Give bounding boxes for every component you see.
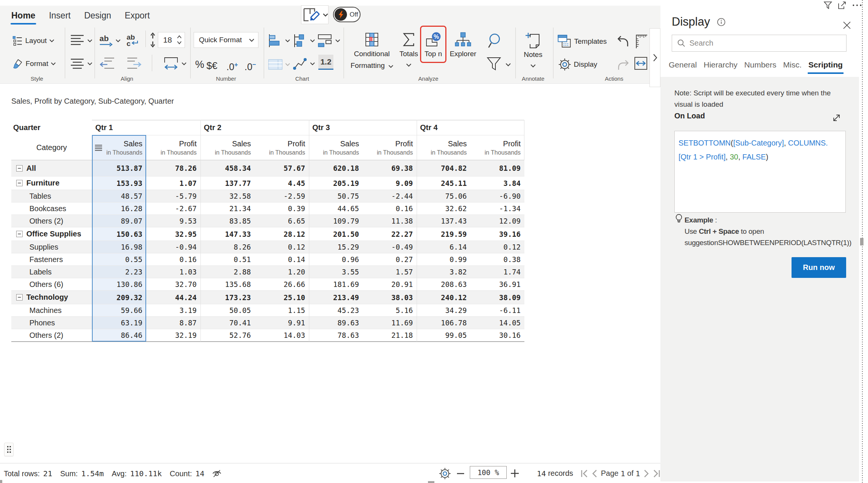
value-cell[interactable]: 173.23: [200, 291, 255, 304]
value-cell[interactable]: 458.34: [200, 160, 255, 176]
bar-chart-button[interactable]: [268, 34, 290, 48]
table-row[interactable]: Supplies16.98-0.948.260.1215.29-0.496.14…: [11, 241, 524, 253]
value-cell[interactable]: 137.77: [200, 176, 255, 190]
value-cell[interactable]: 11.69: [363, 317, 417, 329]
measure-header[interactable]: Salesin Thousands: [200, 135, 255, 160]
decimal-decrease-button[interactable]: .0−: [245, 61, 256, 72]
edit-mode-button[interactable]: [301, 5, 329, 24]
percent-format-button[interactable]: %: [195, 59, 204, 71]
value-cell[interactable]: 63.19: [92, 317, 146, 329]
quarter-header[interactable]: Qtr 4: [417, 120, 524, 135]
quarter-header[interactable]: Qtr 1: [92, 120, 200, 135]
filter-icon[interactable]: [824, 1, 832, 9]
value-cell[interactable]: -5.79: [146, 190, 200, 202]
ribbon-tab-export[interactable]: Export: [125, 11, 150, 21]
value-cell[interactable]: 32.62: [417, 202, 471, 215]
value-cell[interactable]: 28.12: [255, 227, 309, 241]
value-cell[interactable]: 0.55: [92, 253, 146, 265]
templates-button[interactable]: Templates: [558, 34, 607, 49]
value-cell[interactable]: 1.74: [471, 266, 524, 278]
value-cell[interactable]: 14.03: [255, 329, 309, 341]
value-cell[interactable]: 106.78: [417, 317, 471, 329]
focus-mode-icon[interactable]: [838, 1, 847, 9]
value-cell[interactable]: 48.57: [92, 190, 146, 202]
collapse-icon[interactable]: [16, 231, 23, 237]
font-size-stepper[interactable]: 18: [158, 32, 185, 48]
align-top-button[interactable]: [70, 34, 92, 48]
undo-button[interactable]: [616, 35, 630, 47]
value-cell[interactable]: 130.86: [92, 278, 146, 290]
display-button[interactable]: Display: [558, 57, 597, 72]
value-cell[interactable]: 75.06: [417, 190, 471, 202]
resize-handle-right[interactable]: [860, 238, 863, 245]
stepper-chevrons-icon[interactable]: [177, 34, 182, 46]
value-cell[interactable]: 219.59: [417, 227, 471, 241]
value-cell[interactable]: 20.91: [363, 278, 417, 290]
value-cell[interactable]: 9.09: [363, 176, 417, 190]
value-cell[interactable]: 704.82: [417, 160, 471, 176]
measure-header[interactable]: Profitin Thousands: [146, 135, 200, 160]
value-cell[interactable]: 3.19: [146, 304, 200, 316]
value-cell[interactable]: 59.66: [92, 304, 146, 316]
first-page-button[interactable]: [581, 463, 589, 483]
value-cell[interactable]: 6.14: [417, 241, 471, 253]
text-direction-button[interactable]: ab: [99, 34, 121, 48]
value-cell[interactable]: 50.75: [309, 190, 363, 202]
value-cell[interactable]: 32.70: [146, 278, 200, 290]
filter-button[interactable]: [486, 57, 511, 72]
value-cell[interactable]: 5.16: [363, 304, 417, 316]
value-cell[interactable]: 240.12: [417, 291, 471, 304]
measure-header[interactable]: Salesin Thousands: [309, 135, 363, 160]
value-cell[interactable]: 1.03: [146, 266, 200, 278]
indent-decrease-button[interactable]: [100, 57, 115, 71]
value-cell[interactable]: -6.90: [471, 190, 524, 202]
table-row[interactable]: Others (6)130.8632.70135.6826.66181.6920…: [11, 278, 524, 291]
value-cell[interactable]: 25.10: [255, 291, 309, 304]
value-cell[interactable]: 89.63: [309, 317, 363, 329]
value-cell[interactable]: 150.63: [92, 227, 146, 241]
collapse-icon[interactable]: [16, 180, 23, 186]
value-cell[interactable]: 181.69: [309, 278, 363, 290]
quick-format-dropdown[interactable]: Quick Format: [194, 32, 258, 48]
notes-button[interactable]: Notes: [520, 32, 546, 67]
value-cell[interactable]: 81.09: [471, 160, 524, 176]
line-chart-button[interactable]: [293, 57, 315, 71]
value-cell[interactable]: 9.91: [255, 317, 309, 329]
value-cell[interactable]: 57.67: [255, 160, 309, 176]
value-cell[interactable]: 0.39: [255, 202, 309, 215]
value-cell[interactable]: 14.05: [471, 317, 524, 329]
value-cell[interactable]: 12.09: [471, 215, 524, 227]
value-cell[interactable]: 15.29: [309, 241, 363, 253]
ribbon-tab-home[interactable]: Home: [11, 11, 35, 21]
search-button[interactable]: [487, 33, 503, 52]
table-row[interactable]: Technology209.3244.24173.2325.10213.4938…: [11, 291, 524, 304]
value-cell[interactable]: 38.03: [363, 291, 417, 304]
value-cell[interactable]: 52.76: [200, 329, 255, 341]
value-cell[interactable]: 83.85: [200, 215, 255, 227]
table-row[interactable]: Office Supplies150.6332.95147.3328.12201…: [11, 227, 524, 241]
value-cell[interactable]: 0.27: [363, 253, 417, 265]
value-cell[interactable]: 26.66: [255, 278, 309, 290]
value-cell[interactable]: 620.18: [309, 160, 363, 176]
value-cell[interactable]: 201.50: [309, 227, 363, 241]
ribbon-tab-insert[interactable]: Insert: [49, 11, 71, 21]
value-cell[interactable]: 32.19: [146, 329, 200, 341]
hide-stats-button[interactable]: [212, 463, 222, 483]
value-cell[interactable]: 50.05: [200, 304, 255, 316]
value-cell[interactable]: 1.57: [363, 266, 417, 278]
ribbon-expand-button[interactable]: [649, 28, 660, 87]
value-cell[interactable]: 109.79: [309, 215, 363, 227]
value-cell[interactable]: 0.38: [471, 253, 524, 265]
value-cell[interactable]: 0.16: [146, 253, 200, 265]
drag-grip-button[interactable]: [4, 443, 14, 456]
value-cell[interactable]: 135.68: [200, 278, 255, 290]
value-cell[interactable]: 8.87: [146, 317, 200, 329]
value-cell[interactable]: 39.16: [471, 227, 524, 241]
zoom-out-button[interactable]: [457, 463, 464, 483]
value-cell[interactable]: 0.96: [309, 253, 363, 265]
value-cell[interactable]: 32.58: [200, 190, 255, 202]
next-page-button[interactable]: [643, 463, 649, 483]
value-cell[interactable]: 137.43: [417, 215, 471, 227]
ribbon-tab-design[interactable]: Design: [84, 11, 111, 21]
table-row[interactable]: Others (2)89.079.5383.856.65109.7911.381…: [11, 215, 524, 227]
